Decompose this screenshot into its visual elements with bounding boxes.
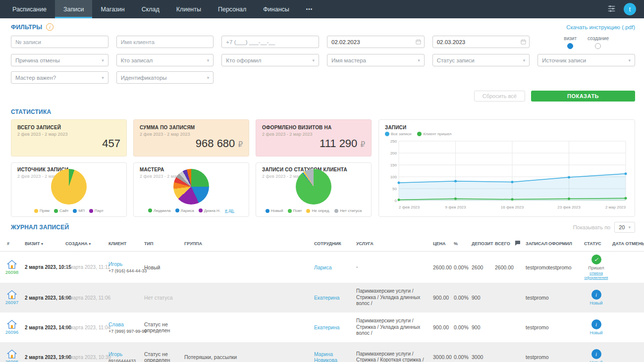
ruble-sign: ₽: [238, 140, 243, 149]
stat-card-value: 968 680 ₽: [140, 137, 243, 150]
status-cell: iНовый: [582, 312, 610, 342]
more-masters-link[interactable]: и др.: [225, 208, 234, 213]
filter-select[interactable]: Источник записи▾: [537, 54, 635, 66]
nav-item[interactable]: Финансы: [255, 0, 297, 18]
filter-row-1: визит создание: [11, 36, 635, 49]
client-cell: Игорь+7 (916) 644-44-33: [107, 252, 142, 283]
status-cell: iНовый: [582, 342, 610, 362]
filter-select-label: Статус записи: [437, 57, 475, 63]
client-link[interactable]: Слава: [108, 321, 124, 327]
table-row[interactable]: 260972 марта 2023, 16:002 марта 2023, 11…: [0, 283, 644, 312]
cancel-processing-link[interactable]: отмена оформления: [584, 271, 608, 280]
client-name-input[interactable]: [116, 36, 214, 48]
nav-item-more[interactable]: •••: [298, 0, 322, 18]
record-id[interactable]: 26098: [5, 269, 18, 275]
download-instruction-link[interactable]: Скачать инструкцию (.pdf): [566, 24, 635, 30]
status-icon[interactable]: ✓: [591, 255, 601, 264]
employee-cell: Лариса: [312, 252, 354, 283]
record-id-cell[interactable]: 26098: [2, 260, 22, 275]
column-header[interactable]: ВИЗИТ ▾: [23, 236, 63, 252]
nav-item[interactable]: Расписание: [4, 0, 55, 18]
column-header[interactable]: СОЗДАНА ▾: [63, 236, 107, 252]
phone-input[interactable]: [221, 36, 319, 48]
filter-select[interactable]: Кто записал▾: [116, 54, 214, 66]
employee-link[interactable]: Лариса: [314, 264, 332, 270]
filter-select[interactable]: Причина отмены▾: [11, 54, 108, 66]
recorded-by: testpromo: [524, 342, 546, 362]
journal-section: ЖУРНАЛ ЗАПИСЕЙ Показывать по 20 ▾ #ВИЗИТ…: [0, 217, 644, 362]
comment-cell: [513, 252, 524, 283]
nav-item[interactable]: Записи: [55, 0, 93, 18]
client-phone: +7 (999) 997-99-99: [108, 329, 140, 334]
reset-all-button[interactable]: Сбросить всё: [474, 91, 525, 102]
employee-link[interactable]: Марина Новикова: [314, 351, 337, 362]
stat-card-value: 457: [17, 137, 120, 150]
employee-link[interactable]: Екатерина: [314, 324, 339, 330]
client-type: Статус не определен: [142, 342, 182, 362]
radio-creation-dot[interactable]: [595, 43, 601, 49]
price: 900.00: [431, 312, 452, 342]
stat-card-title: ОФОРМЛЕНО ВИЗИТОВ НА: [262, 125, 365, 130]
record-id-cell[interactable]: 26097: [2, 290, 22, 305]
filter-select[interactable]: Имя мастера▾: [327, 54, 425, 66]
stat-card: ОФОРМЛЕНО ВИЗИТОВ НА 2 фев 2023 - 2 мар …: [256, 119, 372, 156]
svg-text:50: 50: [392, 187, 397, 191]
processed-by: testpromo: [546, 252, 582, 283]
recorded-by: testpromo: [524, 283, 546, 312]
filter-select-label: Мастер важен?: [15, 75, 56, 81]
deposit: 2600: [470, 252, 493, 283]
nav-item[interactable]: Склад: [133, 0, 168, 18]
processed-by: [546, 342, 582, 362]
processed-by: [546, 283, 582, 312]
radio-visit[interactable]: визит: [564, 36, 577, 49]
client-link[interactable]: Игорь: [108, 261, 122, 267]
table-row[interactable]: 260952 марта 2023, 19:002 марта 2023, 10…: [0, 342, 644, 362]
record-id-cell[interactable]: 26095: [2, 350, 22, 362]
avatar[interactable]: t: [624, 3, 636, 15]
filter-select[interactable]: Кто оформил▾: [221, 54, 319, 66]
settings-sliders-icon[interactable]: [607, 5, 616, 14]
column-header: КЛИЕНТ: [107, 236, 142, 252]
nav-item[interactable]: Магазин: [92, 0, 133, 18]
service: Парикмахерские услуги / Стрижка / Укладк…: [354, 312, 431, 342]
employee-link[interactable]: Екатерина: [314, 295, 339, 301]
filter-select-label: Причина отмены: [15, 57, 60, 63]
filter-select[interactable]: Мастер важен?▾: [11, 71, 108, 84]
client-link[interactable]: Игорь: [108, 351, 122, 357]
record-id[interactable]: 26096: [5, 329, 18, 335]
status-icon[interactable]: i: [591, 319, 601, 329]
nav-item[interactable]: Персонал: [210, 0, 255, 18]
stat-card-period: 2 фев 2023 - 2 мар 2023: [17, 132, 120, 137]
record-id[interactable]: 26095: [5, 359, 18, 362]
price: 3000.00: [431, 342, 452, 362]
filter-select[interactable]: Идентификаторы▾: [116, 71, 214, 84]
employee-cell: Екатерина: [312, 312, 354, 342]
record-id-cell[interactable]: 26096: [2, 320, 22, 335]
cancel-date: [610, 252, 644, 283]
table-row[interactable]: 260962 марта 2023, 14:002 марта 2023, 11…: [0, 312, 644, 342]
info-icon[interactable]: i: [46, 23, 54, 31]
records-chart-card: ЗАПИСИ Все записиКлиент пришел 050100150…: [378, 119, 635, 217]
status-icon[interactable]: i: [591, 290, 601, 300]
nav-item[interactable]: Клиенты: [168, 0, 210, 18]
date-to-input[interactable]: [432, 36, 530, 48]
show-button[interactable]: ПОКАЗАТЬ: [531, 91, 635, 102]
filter-select-label: Идентификаторы: [121, 75, 167, 81]
cancel-date: [610, 283, 644, 312]
per-page-select[interactable]: 20 ▾: [614, 222, 635, 233]
top-nav: РасписаниеЗаписиМагазинСкладКлиентыПерсо…: [0, 0, 644, 18]
visit-datetime: 2 марта 2023, 16:00: [23, 283, 63, 312]
record-id[interactable]: 26097: [5, 300, 18, 305]
table-row[interactable]: 260982 марта 2023, 10:152 марта 2023, 11…: [0, 252, 644, 283]
stat-card-value: 111 290 ₽: [262, 137, 365, 150]
svg-text:150: 150: [390, 163, 397, 167]
comment-cell: [513, 312, 524, 342]
filter-select[interactable]: Статус записи▾: [432, 54, 530, 66]
record-number-input[interactable]: [11, 36, 108, 48]
radio-visit-dot[interactable]: [567, 43, 573, 49]
pie-legend-item: МП: [73, 208, 84, 213]
status-icon[interactable]: i: [591, 349, 601, 359]
date-from-input[interactable]: [327, 36, 425, 48]
pie-chart: [51, 169, 87, 205]
radio-creation[interactable]: создание: [588, 36, 609, 49]
